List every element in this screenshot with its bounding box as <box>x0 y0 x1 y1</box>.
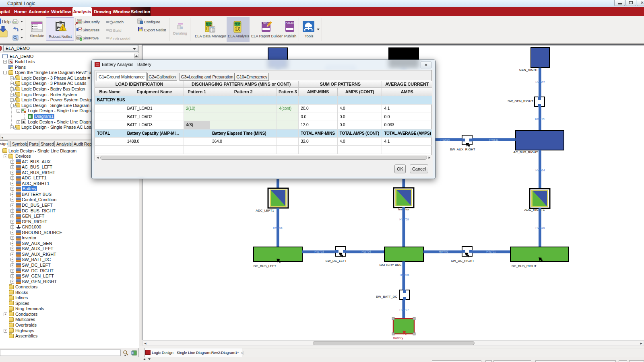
svg-text:SW_DC_LEFT: SW_DC_LEFT <box>326 259 347 263</box>
svg-text:BATTERY BUS: BATTERY BUS <box>380 263 402 267</box>
svg-text:SW_GEN_RIGHT: SW_GEN_RIGHT <box>508 99 533 103</box>
svg-text:HW705: HW705 <box>439 250 448 253</box>
svg-text:Battery: Battery <box>393 336 403 340</box>
svg-text:GEN_RIGHT: GEN_RIGHT <box>519 68 538 72</box>
svg-text:HW709: HW709 <box>399 218 409 221</box>
svg-text:AC_BUS_RIGHT: AC_BUS_RIGHT <box>513 150 538 154</box>
svg-text:DC_BUS_LEFT: DC_BUS_LEFT <box>254 264 277 268</box>
svg-text:HW704: HW704 <box>361 250 371 253</box>
svg-text:HW611: HW611 <box>489 138 499 141</box>
svg-text:PUBLISH: PUBLISH <box>285 22 294 24</box>
svg-text:HW615: HW615 <box>535 226 545 229</box>
svg-text:DC_BUS_RIGHT: DC_BUS_RIGHT <box>512 264 537 268</box>
svg-text:HW613: HW613 <box>535 118 544 121</box>
svg-text:ADC_RIGHT1: ADC_RIGHT1 <box>524 208 545 212</box>
svg-text:HW703: HW703 <box>314 250 324 253</box>
svg-text:HW614: HW614 <box>535 169 545 172</box>
svg-text:HW605: HW605 <box>273 226 282 229</box>
svg-text:!: ! <box>62 26 64 31</box>
svg-text:SW_BATT_DC: SW_BATT_DC <box>376 295 397 298</box>
svg-text:SW_AUX_RIGHT: SW_AUX_RIGHT <box>450 148 475 151</box>
svg-text:TEST: TEST <box>235 23 241 25</box>
svg-text:SW_DC_RIGHT: SW_DC_RIGHT <box>451 259 474 263</box>
svg-text:HW706: HW706 <box>400 274 409 276</box>
svg-text:ADC_LEFT1: ADC_LEFT1 <box>256 209 274 212</box>
svg-text:TMPLT: TMPLT <box>263 22 269 24</box>
svg-text:HW610: HW610 <box>440 138 450 141</box>
svg-text:HW707: HW707 <box>399 309 409 311</box>
svg-text:HW612: HW612 <box>535 81 545 84</box>
svg-text:HW701: HW701 <box>486 250 495 253</box>
